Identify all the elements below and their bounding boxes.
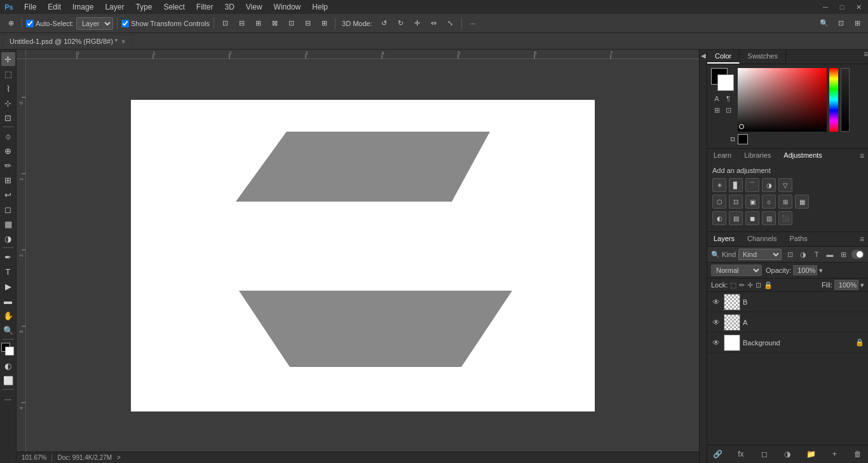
layer-bg-visibility[interactable]: 👁: [711, 338, 721, 348]
3d-orbit-btn[interactable]: ↻: [394, 17, 408, 31]
adj-channel-mixer[interactable]: ⊞: [778, 195, 792, 209]
add-adjustment-btn[interactable]: ◑: [781, 448, 794, 460]
workspace-btn[interactable]: ⊡: [834, 17, 848, 31]
opacity-dropdown[interactable]: ▾: [819, 266, 823, 275]
adj-exposure[interactable]: ◑: [762, 178, 776, 192]
lock-position-icon[interactable]: ✛: [747, 281, 753, 289]
tab-close-btn[interactable]: ×: [121, 38, 125, 45]
right-panel-collapse[interactable]: ◀: [699, 50, 707, 463]
history-tool[interactable]: ↩: [1, 188, 15, 202]
background-color[interactable]: [5, 347, 14, 356]
layer-row-a[interactable]: 👁 A: [707, 312, 868, 333]
alpha-strip[interactable]: [841, 68, 850, 132]
color-preview-swatch[interactable]: [738, 134, 748, 144]
hue-strip[interactable]: [829, 68, 838, 132]
menu-edit[interactable]: Edit: [43, 1, 66, 13]
color-tab[interactable]: Color: [707, 50, 740, 64]
adj-vibrance[interactable]: ⬡: [712, 195, 726, 209]
menu-filter[interactable]: Filter: [191, 1, 219, 13]
adj-posterize[interactable]: ▤: [729, 211, 743, 225]
delete-layer-btn[interactable]: 🗑: [851, 448, 864, 460]
heal-tool[interactable]: ⊕: [1, 144, 15, 158]
share-btn[interactable]: ⊞: [850, 17, 864, 31]
align-top-btn[interactable]: ⊠: [268, 17, 281, 31]
channels-tab[interactable]: Channels: [741, 232, 783, 246]
adj-threshold[interactable]: ◼: [745, 211, 759, 225]
stamp-tool[interactable]: ⊞: [1, 173, 15, 187]
layers-panel-menu[interactable]: ≡: [856, 232, 868, 246]
3d-pan-btn[interactable]: ✛: [410, 17, 424, 31]
color-extra-2[interactable]: ⊡: [723, 105, 733, 115]
lasso-tool[interactable]: ⌇: [1, 81, 15, 95]
shape-tool[interactable]: ▬: [1, 294, 15, 308]
filter-smart-icon[interactable]: ⊞: [837, 249, 849, 260]
window-minimize[interactable]: ─: [818, 0, 832, 14]
adj-panel-menu[interactable]: ≡: [856, 149, 868, 163]
adj-filter[interactable]: ▽: [778, 178, 792, 192]
transform-checkbox[interactable]: [121, 20, 129, 27]
window-close[interactable]: ✕: [851, 0, 865, 14]
learn-tab[interactable]: Learn: [707, 149, 738, 163]
menu-view[interactable]: View: [241, 1, 268, 13]
lock-image-icon[interactable]: ✏: [739, 281, 745, 289]
wand-tool[interactable]: ⊹: [1, 96, 15, 110]
add-mask-btn[interactable]: ◻: [758, 448, 771, 460]
bg-color-swatch[interactable]: [717, 74, 734, 91]
text-tool[interactable]: T: [1, 265, 15, 279]
opacity-input[interactable]: [793, 265, 817, 275]
adj-color-lookup[interactable]: ▦: [795, 195, 809, 209]
adj-gradient-map[interactable]: ▥: [762, 211, 776, 225]
menu-type[interactable]: Type: [130, 1, 157, 13]
blend-mode-select[interactable]: Normal: [711, 265, 762, 276]
add-fx-btn[interactable]: fx: [735, 448, 747, 460]
more-options-btn[interactable]: ···: [466, 17, 480, 31]
document-tab[interactable]: Untitled-1.psd @ 102% (RGB/8#) * ×: [3, 34, 132, 48]
move-tool-btn[interactable]: ⊕: [4, 17, 18, 31]
screen-mode-btn[interactable]: ⬜: [1, 373, 15, 387]
lock-transparent-icon[interactable]: ⬚: [730, 281, 736, 289]
text-tool-color[interactable]: A: [712, 93, 722, 104]
selection-tool[interactable]: ⬚: [1, 67, 15, 81]
paragraph-tool-color[interactable]: ¶: [723, 93, 733, 104]
layer-select-dropdown[interactable]: Layer: [76, 17, 113, 30]
canvas-scroll-area[interactable]: [26, 59, 699, 452]
align-left-btn[interactable]: ⊡: [218, 17, 232, 31]
adjustments-tab[interactable]: Adjustments: [777, 149, 829, 163]
align-right-btn[interactable]: ⊞: [251, 17, 265, 31]
doc-info-arrow[interactable]: >: [117, 454, 121, 461]
menu-file[interactable]: File: [19, 1, 41, 13]
lock-all-icon[interactable]: 🔒: [764, 281, 773, 289]
menu-3d[interactable]: 3D: [219, 1, 239, 13]
layer-b-visibility[interactable]: 👁: [711, 297, 721, 307]
fill-input[interactable]: [834, 280, 858, 290]
adj-photo-filter[interactable]: ⌽: [762, 195, 776, 209]
lock-artboard-icon[interactable]: ⊡: [756, 281, 761, 289]
filter-toggle[interactable]: [851, 250, 864, 259]
align-left2-btn[interactable]: ⊞: [317, 17, 331, 31]
adj-curves[interactable]: ⌒: [745, 178, 759, 192]
adj-levels[interactable]: ▊: [729, 178, 743, 192]
color-extra-1[interactable]: ⊞: [712, 105, 722, 115]
search-btn[interactable]: 🔍: [817, 17, 831, 31]
hand-tool[interactable]: ✋: [1, 308, 15, 322]
auto-select-label[interactable]: Auto-Select:: [26, 20, 74, 27]
quick-mask-btn[interactable]: ◐: [1, 359, 15, 373]
path-tool[interactable]: ▶: [1, 279, 15, 293]
pen-tool[interactable]: ✒: [1, 250, 15, 264]
gradient-tool[interactable]: ▦: [1, 217, 15, 231]
adj-hsl[interactable]: ⊡: [729, 195, 743, 209]
adj-colorbalance[interactable]: ▣: [745, 195, 759, 209]
filter-shape-icon[interactable]: ▬: [824, 249, 836, 260]
color-panel-menu[interactable]: ≡: [864, 50, 868, 64]
add-layer-btn[interactable]: +: [828, 448, 841, 460]
adj-brightness[interactable]: ☀: [712, 178, 726, 192]
menu-window[interactable]: Window: [269, 1, 306, 13]
layer-a-visibility[interactable]: 👁: [711, 317, 721, 328]
add-group-btn[interactable]: 📁: [804, 448, 817, 460]
zoom-tool[interactable]: 🔍: [1, 323, 15, 337]
fill-dropdown[interactable]: ▾: [860, 281, 864, 289]
menu-layer[interactable]: Layer: [100, 1, 129, 13]
menu-select[interactable]: Select: [158, 1, 189, 13]
layer-row-bg[interactable]: 👁 Background 🔒: [707, 333, 868, 353]
filter-kind-select[interactable]: Kind: [738, 249, 782, 260]
